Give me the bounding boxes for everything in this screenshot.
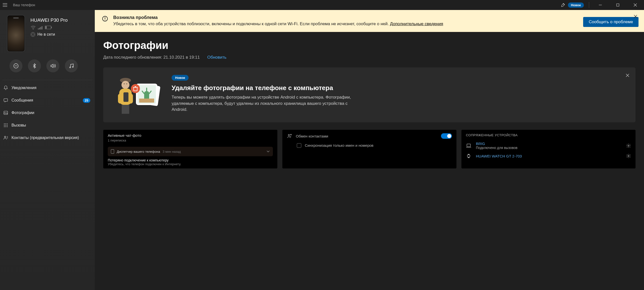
titlebar-divider xyxy=(589,2,589,8)
promo-close-button[interactable] xyxy=(624,72,630,78)
promo-card: Новое Удаляйте фотографии на телефоне с … xyxy=(103,67,636,122)
dnd-button[interactable] xyxy=(10,59,22,72)
svg-point-28 xyxy=(7,125,8,126)
messages-badge: 25 xyxy=(83,98,90,103)
refresh-link[interactable]: Обновить xyxy=(207,55,226,60)
svg-rect-57 xyxy=(111,149,114,153)
offline-icon xyxy=(30,32,36,37)
tile1-app-name: Диспетчер вашего телефона xyxy=(117,150,160,153)
promo-title: Удаляйте фотографии на телефоне с компью… xyxy=(172,84,627,92)
svg-point-59 xyxy=(290,134,292,135)
maximize-button[interactable] xyxy=(609,0,626,10)
photo-tile-contacts[interactable]: Обмен контактами Синхронизация только им… xyxy=(282,130,456,168)
svg-rect-50 xyxy=(126,105,129,114)
sync-names-checkbox[interactable] xyxy=(297,143,301,148)
banner-learn-more-link[interactable]: Дополнительные сведения xyxy=(390,22,443,26)
device-signal-row xyxy=(30,26,68,30)
sidebar-item-messages[interactable]: Сообщения 25 xyxy=(0,94,95,107)
close-button[interactable] xyxy=(626,0,644,10)
photo-tile-paired[interactable]: СОПРЯЖЕННЫЕ УСТРОЙСТВА BRIG Подключено д… xyxy=(462,130,636,168)
image-icon xyxy=(2,110,9,115)
svg-rect-48 xyxy=(124,92,128,102)
report-problem-button[interactable]: Сообщить о проблеме xyxy=(583,17,638,27)
paired-device-name: BRIG xyxy=(476,142,518,146)
brush-icon[interactable] xyxy=(558,0,568,10)
tile1-sub: 1 переписка xyxy=(108,139,273,142)
promo-text: Теперь вы можете удалять фотографии на у… xyxy=(172,94,359,113)
promo-new-badge: Новое xyxy=(172,75,188,81)
svg-rect-8 xyxy=(38,29,39,30)
promo-illustration xyxy=(112,75,164,115)
sidebar-item-photos[interactable]: Фотографии xyxy=(0,107,95,119)
meta-row: Дата последнего обновления: 21.10.2021 в… xyxy=(103,55,636,60)
device-status-label: Не в сети xyxy=(38,32,55,37)
phone-thumbnail xyxy=(7,15,25,52)
main-content: Возникла проблема Убедитесь в том, что о… xyxy=(95,10,644,290)
svg-point-29 xyxy=(4,126,5,127)
svg-rect-13 xyxy=(51,27,52,28)
svg-point-25 xyxy=(7,124,8,124)
device-name: HUAWEI P30 Pro xyxy=(30,18,68,23)
svg-rect-21 xyxy=(4,99,8,101)
banner-text-content: Убедитесь в том, что оба устройства побл… xyxy=(113,22,390,26)
paired-device-row[interactable]: BRIG Подключено для вызовов xyxy=(466,142,631,150)
paired-device-name: HUAWEI WATCH GT 2-703 xyxy=(476,154,522,158)
gear-icon[interactable] xyxy=(626,153,631,158)
sidebar-item-contacts[interactable]: Контакты (предварительная версия) xyxy=(0,132,95,144)
phone-small-icon xyxy=(111,149,114,154)
device-block[interactable]: HUAWEI P30 Pro Не в сети xyxy=(0,15,95,52)
bluetooth-button[interactable] xyxy=(28,59,41,72)
svg-rect-47 xyxy=(128,94,133,104)
sidebar-item-notifications[interactable]: Уведомления xyxy=(0,82,95,94)
svg-rect-14 xyxy=(46,26,47,29)
svg-point-64 xyxy=(628,155,629,157)
banner-close-button[interactable] xyxy=(632,14,638,20)
tile1-time: 3 мин назад xyxy=(162,150,181,153)
app-title: Ваш телефон xyxy=(13,3,35,7)
svg-point-26 xyxy=(4,125,5,126)
svg-point-62 xyxy=(628,145,629,146)
volume-button[interactable] xyxy=(46,59,59,72)
sidebar-divider xyxy=(2,80,92,80)
svg-point-24 xyxy=(6,124,6,124)
svg-point-51 xyxy=(131,84,140,93)
hamburger-button[interactable] xyxy=(0,0,10,10)
svg-point-44 xyxy=(122,81,130,89)
device-status: Не в сети xyxy=(30,32,68,37)
svg-rect-37 xyxy=(105,20,105,21)
chevron-down-icon xyxy=(266,150,270,153)
gear-icon[interactable] xyxy=(626,143,631,148)
battery-icon xyxy=(45,26,52,29)
tile3-header: СОПРЯЖЕННЫЕ УСТРОЙСТВА xyxy=(466,133,631,137)
share-contact-icon xyxy=(287,133,292,139)
paired-device-row[interactable]: HUAWEI WATCH GT 2-703 xyxy=(466,153,631,159)
svg-rect-9 xyxy=(39,28,40,30)
svg-point-30 xyxy=(6,126,6,127)
watch-icon xyxy=(466,153,472,159)
laptop-icon xyxy=(466,144,472,148)
paired-device-sub: Подключено для вызовов xyxy=(476,146,518,150)
tile1-message: Потеряно подключение к компьютеру xyxy=(108,158,273,162)
svg-rect-11 xyxy=(42,26,42,30)
tile1-hint: Убедитесь, что телефон подключен к Интер… xyxy=(108,162,273,166)
dialpad-icon xyxy=(2,123,9,128)
svg-point-63 xyxy=(468,155,470,157)
bell-icon xyxy=(2,85,9,90)
wifi-icon xyxy=(30,26,36,30)
banner-text: Убедитесь в том, что оба устройства побл… xyxy=(113,21,578,27)
svg-point-27 xyxy=(6,125,6,126)
sidebar-item-label: Сообщения xyxy=(12,98,33,103)
titlebar-new-badge[interactable]: Новое xyxy=(568,3,584,8)
music-button[interactable] xyxy=(65,59,78,72)
chat-icon xyxy=(2,98,9,103)
sidebar-item-calls[interactable]: Вызовы xyxy=(0,119,95,132)
svg-point-20 xyxy=(72,66,73,67)
minimize-button[interactable] xyxy=(592,0,609,10)
svg-rect-60 xyxy=(467,144,470,146)
titlebar: Ваш телефон Новое xyxy=(0,0,644,10)
last-updated-label: Дата последнего обновления: 21.10.2021 в… xyxy=(103,55,200,60)
svg-point-58 xyxy=(288,135,290,136)
contact-share-toggle[interactable] xyxy=(441,133,452,139)
sidebar-item-label: Фотографии xyxy=(12,111,34,115)
photo-tile-chat[interactable]: Активные чат-фото 1 переписка Диспетчер … xyxy=(103,130,277,168)
